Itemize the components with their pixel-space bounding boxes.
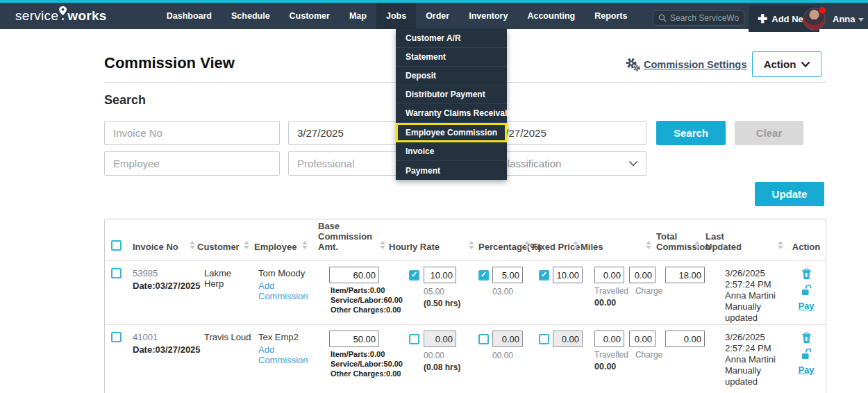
hourly-rate-checkbox[interactable] — [409, 334, 419, 344]
miles-travelled-input[interactable] — [594, 267, 624, 283]
add-commission-link[interactable]: Add Commission — [258, 281, 310, 301]
commission-settings-link[interactable]: Commission Settings — [625, 57, 746, 72]
sort-icon[interactable] — [190, 241, 195, 249]
menu-item-statement[interactable]: Statement — [396, 48, 507, 67]
menu-item-payment[interactable]: Payment — [396, 161, 507, 180]
hourly-rate-sub: 00.00 — [424, 351, 476, 360]
global-search-box[interactable] — [653, 10, 744, 26]
col-header-hourly-rate[interactable]: Hourly Rate — [389, 242, 440, 252]
col-header-customer[interactable]: Customer — [197, 242, 240, 252]
percentage-input[interactable] — [492, 331, 523, 347]
sort-icon[interactable] — [573, 241, 578, 249]
menu-item-deposit[interactable]: Deposit — [396, 67, 507, 85]
commission-settings-label: Commission Settings — [644, 59, 746, 70]
search-button[interactable]: Search — [656, 121, 726, 145]
menu-item-invoice[interactable]: Invoice — [396, 142, 507, 161]
col-header-employee[interactable]: Employee — [254, 242, 297, 252]
delete-icon[interactable] — [801, 332, 812, 344]
hourly-rate-checkbox[interactable] — [409, 270, 419, 281]
chevron-down-icon — [801, 62, 810, 67]
row-checkbox[interactable] — [111, 268, 122, 278]
menu-item-distributor-payment[interactable]: Distributor Payment — [396, 85, 507, 104]
menu-item-warranty-claims-receivable[interactable]: Warranty Claims Receivable — [396, 104, 507, 123]
top-navbar: service works Dashboard Schedule Custome… — [0, 3, 868, 29]
nav-item-schedule[interactable]: Schedule — [222, 3, 280, 29]
sort-icon[interactable] — [646, 241, 651, 249]
nav-item-customer[interactable]: Customer — [280, 3, 340, 29]
pay-link[interactable]: Pay — [798, 301, 814, 311]
menu-item-employee-commission[interactable]: Employee Commission — [396, 123, 507, 142]
pay-link[interactable]: Pay — [798, 365, 814, 375]
col-header-invoice-no[interactable]: Invoice No — [133, 242, 178, 252]
user-name[interactable]: Anna — [833, 14, 856, 24]
sort-icon[interactable] — [524, 241, 530, 249]
to-date-input[interactable] — [491, 121, 646, 145]
action-label: Action — [764, 58, 796, 70]
action-button[interactable]: Action — [752, 51, 821, 77]
select-all-checkbox[interactable] — [111, 240, 122, 251]
nav-item-dashboard[interactable]: Dashboard — [157, 3, 222, 29]
hourly-rate-input[interactable] — [424, 331, 456, 347]
hourly-rate-input[interactable] — [424, 267, 456, 283]
nav-item-reports[interactable]: Reports — [585, 3, 637, 29]
sort-icon[interactable] — [244, 241, 249, 249]
col-header-base-commission[interactable]: Base Commission Amt. — [318, 221, 379, 252]
unlock-icon[interactable] — [801, 285, 812, 296]
miles-charge-input[interactable] — [629, 331, 656, 347]
clear-button[interactable]: Clear — [735, 121, 803, 145]
sort-icon[interactable] — [469, 241, 474, 249]
classification-select[interactable]: Classification — [491, 151, 646, 176]
invoice-no-input[interactable] — [104, 121, 280, 145]
user-avatar[interactable] — [803, 8, 826, 31]
percentage-sub: 00.00 — [492, 351, 532, 360]
search-section-heading: Search — [104, 93, 146, 108]
table-header-row: Invoice No Customer Employee Base Commis… — [105, 219, 826, 261]
miles-travelled-input[interactable] — [594, 331, 624, 347]
update-button[interactable]: Update — [755, 182, 824, 206]
table-row: 41001 Date:03/27/2025 Travis Loud Tex Em… — [105, 325, 826, 393]
fixed-price-checkbox[interactable] — [539, 334, 549, 344]
employee-name: Tom Moody — [258, 268, 310, 278]
row-checkbox[interactable] — [111, 332, 122, 342]
delete-icon[interactable] — [801, 268, 812, 280]
percentage-input[interactable] — [492, 267, 523, 283]
logo-text-works: works — [67, 8, 106, 24]
base-commission-input[interactable] — [329, 331, 379, 347]
fixed-price-input[interactable] — [553, 331, 583, 347]
nav-item-inventory[interactable]: Inventory — [459, 3, 517, 29]
global-search-input[interactable] — [670, 13, 739, 23]
employee-input[interactable] — [104, 151, 280, 176]
user-menu-caret-icon[interactable] — [858, 18, 864, 22]
serviceworks-logo[interactable]: service works — [15, 8, 107, 24]
miles-charge-input[interactable] — [629, 267, 656, 283]
percentage-checkbox[interactable] — [478, 270, 489, 281]
nav-item-jobs[interactable]: Jobs — [376, 3, 416, 29]
col-header-action: Action — [792, 242, 820, 252]
notification-dot — [819, 7, 826, 14]
classification-select-value: Classification — [500, 158, 561, 169]
fixed-price-checkbox[interactable] — [539, 270, 549, 281]
col-header-miles[interactable]: Miles — [581, 242, 603, 252]
invoice-number-link[interactable]: 53985 — [133, 268, 197, 278]
col-header-last-updated[interactable]: Last Updated — [706, 231, 747, 252]
fixed-price-input[interactable] — [553, 267, 583, 283]
menu-item-customer-ar[interactable]: Customer A/R — [396, 29, 507, 48]
item-parts-value: Item/Parts:0.00 — [331, 285, 387, 295]
sort-icon[interactable] — [778, 241, 783, 249]
nav-item-order[interactable]: Order — [416, 3, 459, 29]
percentage-checkbox[interactable] — [478, 334, 489, 344]
total-commission-input[interactable] — [665, 331, 705, 347]
other-charges-value: Other Charges:0.00 — [331, 369, 387, 378]
miles-total: 00.00 — [594, 298, 653, 308]
nav-item-accounting[interactable]: Accounting — [517, 3, 585, 29]
add-commission-link[interactable]: Add Commission — [258, 344, 310, 365]
nav-item-map[interactable]: Map — [340, 3, 376, 29]
table-row: 53985 Date:03/27/2025 Lakme Herp Tom Moo… — [105, 261, 826, 325]
sort-icon[interactable] — [380, 241, 385, 249]
unlock-icon[interactable] — [801, 349, 812, 360]
sort-icon[interactable] — [694, 241, 700, 249]
total-commission-input[interactable] — [665, 267, 705, 283]
invoice-number-link[interactable]: 41001 — [133, 332, 197, 342]
sort-icon[interactable] — [302, 241, 308, 249]
base-commission-input[interactable] — [329, 267, 379, 283]
